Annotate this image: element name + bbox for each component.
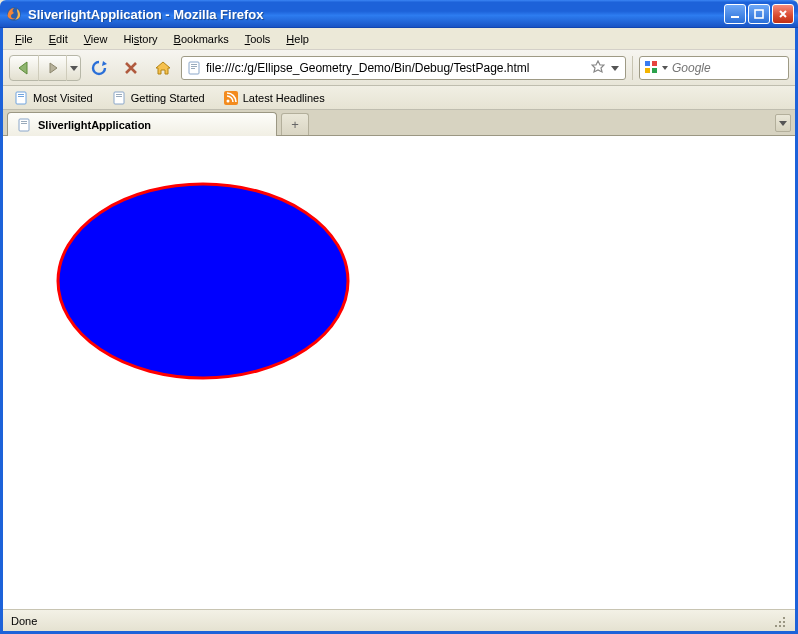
- svg-marker-32: [779, 121, 787, 126]
- bookmark-label: Most Visited: [33, 92, 93, 104]
- svg-point-28: [226, 99, 229, 102]
- back-button[interactable]: [10, 55, 38, 81]
- svg-marker-5: [70, 66, 78, 71]
- svg-marker-3: [19, 62, 27, 74]
- status-text: Done: [11, 615, 773, 627]
- svg-marker-18: [662, 66, 668, 70]
- nav-history-dropdown[interactable]: [66, 55, 80, 81]
- url-bar: [181, 56, 626, 80]
- bookmark-most-visited[interactable]: Most Visited: [9, 88, 97, 108]
- svg-rect-1: [731, 16, 739, 18]
- svg-rect-9: [191, 64, 197, 65]
- search-engine-icon[interactable]: [644, 60, 658, 76]
- tab-label: SliverlightApplication: [38, 119, 151, 131]
- svg-marker-6: [102, 61, 107, 66]
- maximize-button[interactable]: [748, 4, 770, 24]
- svg-rect-35: [783, 625, 785, 627]
- nav-backforward: [9, 55, 81, 81]
- search-engine-dropdown[interactable]: [662, 65, 668, 71]
- bookmark-star-icon[interactable]: [591, 60, 605, 76]
- svg-rect-14: [645, 61, 650, 66]
- svg-rect-36: [779, 621, 781, 623]
- toolbar-separator: [632, 56, 633, 80]
- search-input[interactable]: [672, 58, 798, 78]
- url-history-dropdown[interactable]: [609, 64, 621, 72]
- bookmark-label: Latest Headlines: [243, 92, 325, 104]
- bookmark-getting-started[interactable]: Getting Started: [107, 88, 209, 108]
- stop-button[interactable]: [117, 55, 145, 81]
- menu-edit[interactable]: Edit: [41, 31, 76, 47]
- tab-page-icon: [16, 117, 32, 133]
- resize-grip-icon[interactable]: [773, 615, 787, 629]
- statusbar: Done: [3, 609, 795, 631]
- bookmarks-toolbar: Most Visited Getting Started Latest Head…: [3, 86, 795, 110]
- menu-bookmarks[interactable]: Bookmarks: [166, 31, 237, 47]
- svg-rect-17: [652, 68, 657, 73]
- svg-marker-7: [156, 62, 170, 74]
- most-visited-icon: [13, 90, 29, 106]
- menu-file[interactable]: File: [7, 31, 41, 47]
- menubar: File Edit View History Bookmarks Tools H…: [3, 28, 795, 50]
- menu-history[interactable]: History: [115, 31, 165, 47]
- reload-button[interactable]: [85, 55, 113, 81]
- svg-rect-2: [755, 10, 763, 18]
- page-icon: [111, 90, 127, 106]
- tab-active[interactable]: SliverlightApplication: [7, 112, 277, 136]
- bookmark-latest-headlines[interactable]: Latest Headlines: [219, 88, 329, 108]
- bookmark-label: Getting Started: [131, 92, 205, 104]
- home-button[interactable]: [149, 55, 177, 81]
- menu-tools[interactable]: Tools: [237, 31, 279, 47]
- menu-help[interactable]: Help: [278, 31, 317, 47]
- menu-view[interactable]: View: [76, 31, 116, 47]
- search-bar: [639, 56, 789, 80]
- svg-rect-34: [783, 621, 785, 623]
- svg-rect-26: [116, 96, 122, 97]
- url-input[interactable]: [206, 58, 587, 78]
- svg-marker-4: [50, 63, 57, 73]
- svg-rect-37: [779, 625, 781, 627]
- ellipse-shape: [58, 184, 348, 378]
- close-button[interactable]: [772, 4, 794, 24]
- window-title: SliverlightApplication - Mozilla Firefox: [28, 7, 724, 22]
- svg-rect-23: [18, 96, 24, 97]
- svg-rect-29: [19, 119, 29, 131]
- firefox-icon: [6, 6, 22, 22]
- svg-rect-33: [783, 617, 785, 619]
- tabstrip: SliverlightApplication +: [3, 110, 795, 136]
- titlebar: SliverlightApplication - Mozilla Firefox: [0, 0, 798, 28]
- tab-list-dropdown[interactable]: [775, 114, 791, 132]
- svg-rect-10: [191, 66, 197, 67]
- silverlight-canvas: [3, 136, 793, 606]
- nav-toolbar: [3, 50, 795, 86]
- svg-rect-11: [191, 68, 195, 69]
- svg-rect-16: [645, 68, 650, 73]
- new-tab-button[interactable]: +: [281, 113, 309, 135]
- svg-rect-15: [652, 61, 657, 66]
- plus-icon: +: [291, 118, 299, 131]
- minimize-button[interactable]: [724, 4, 746, 24]
- svg-rect-25: [116, 94, 122, 95]
- svg-marker-13: [611, 66, 619, 71]
- svg-marker-12: [592, 61, 604, 72]
- forward-button[interactable]: [38, 55, 66, 81]
- svg-rect-21: [16, 92, 26, 104]
- svg-rect-22: [18, 94, 24, 95]
- page-favicon: [186, 60, 202, 76]
- client-area: File Edit View History Bookmarks Tools H…: [0, 28, 798, 634]
- svg-rect-30: [21, 121, 27, 122]
- svg-rect-38: [775, 625, 777, 627]
- page-content: [3, 136, 795, 609]
- rss-icon: [223, 90, 239, 106]
- window-buttons: [724, 4, 794, 24]
- svg-rect-31: [21, 123, 27, 124]
- svg-rect-24: [114, 92, 124, 104]
